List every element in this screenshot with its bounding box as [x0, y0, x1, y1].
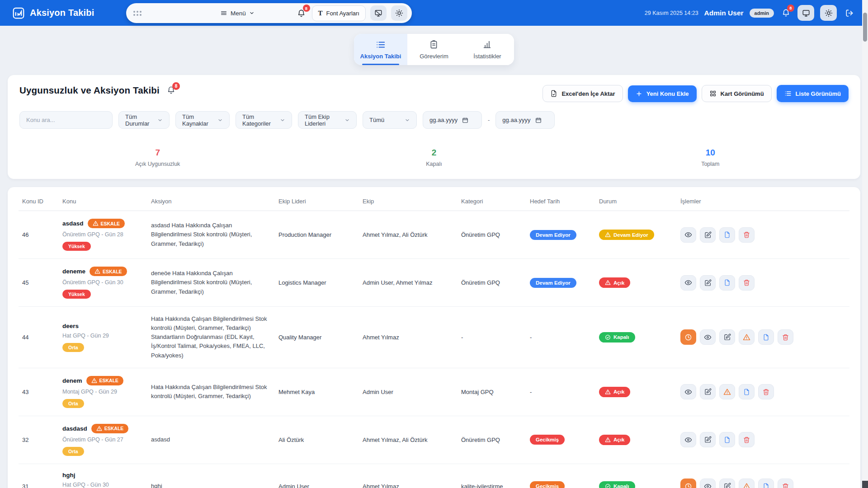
- row-actions: [677, 211, 849, 259]
- start-date-input[interactable]: gg.aa.yyyy: [423, 111, 482, 129]
- row-status: Kapalı: [595, 307, 677, 368]
- plus-icon: [636, 90, 642, 97]
- column-header: Aksiyon: [147, 191, 275, 211]
- notification-badge: 8: [303, 5, 310, 12]
- row-aksiyon: asdasd Hata Hakkında Çalışan Bilgilendir…: [147, 211, 275, 259]
- eye-icon: [704, 333, 712, 341]
- column-header: İşlemler: [677, 191, 849, 211]
- delete-button[interactable]: [758, 384, 774, 399]
- display-mode-button[interactable]: [797, 5, 814, 21]
- warning-action-icon: [743, 333, 750, 341]
- delete-button[interactable]: [739, 227, 755, 243]
- row-status: Açık: [595, 416, 677, 464]
- report-button[interactable]: [739, 384, 755, 399]
- edit-icon: [724, 483, 731, 488]
- delete-button[interactable]: [778, 479, 793, 488]
- view-button[interactable]: [680, 384, 696, 399]
- row-team: Admin User: [359, 368, 458, 416]
- konu-title: deers: [62, 323, 79, 329]
- font-icon: T: [318, 9, 323, 17]
- status-badge: Açık: [599, 277, 630, 288]
- category-filter[interactable]: Tüm Kategoriler: [236, 111, 292, 129]
- drag-handle[interactable]: [133, 11, 142, 16]
- font-settings-button[interactable]: T Font Ayarları: [312, 5, 366, 21]
- status-filter-value: Tüm Durumlar: [125, 113, 157, 127]
- tab-i̇statistikler[interactable]: İstatistikler: [461, 34, 514, 65]
- row-actions: [677, 368, 849, 416]
- status-label: Kapalı: [613, 334, 629, 340]
- theme-toggle-button[interactable]: [391, 5, 407, 21]
- user-name: Admin User: [704, 9, 744, 17]
- logout-button[interactable]: [843, 6, 856, 20]
- file-import-icon: [550, 90, 557, 97]
- source-filter[interactable]: Tüm Kaynaklar: [175, 111, 230, 129]
- edit-icon: [704, 388, 712, 395]
- escalate-button[interactable]: [739, 479, 755, 488]
- team-leader-filter[interactable]: Tüm Ekip Liderleri: [298, 111, 357, 129]
- extend-deadline-button[interactable]: [680, 479, 696, 488]
- status-label: Kapalı: [613, 483, 629, 488]
- status-filter[interactable]: Tüm Durumlar: [118, 111, 170, 129]
- scrollbar-thumb[interactable]: [863, 13, 867, 42]
- view-button[interactable]: [700, 329, 716, 345]
- theme-toggle-button[interactable]: [820, 5, 837, 21]
- view-button[interactable]: [680, 275, 696, 291]
- row-category: Önüretim GPQ: [458, 259, 526, 307]
- row-konu-cell: asdasdESKALEÖnüretim GPQ - Gün 28Yüksek: [59, 211, 147, 259]
- edit-button[interactable]: [700, 384, 716, 399]
- page-notifications-button[interactable]: 8: [167, 86, 175, 96]
- tab-görevlerim[interactable]: Görevlerim: [407, 34, 461, 65]
- navbar-notifications-button[interactable]: 8: [780, 7, 792, 19]
- all-filter[interactable]: Tümü: [363, 111, 417, 129]
- search-input[interactable]: [19, 111, 113, 129]
- edit-button[interactable]: [719, 329, 735, 345]
- end-date-input[interactable]: gg.aa.yyyy: [495, 111, 555, 129]
- report-button[interactable]: [719, 227, 735, 243]
- report-button[interactable]: [719, 275, 735, 291]
- new-topic-button[interactable]: Yeni Konu Ekle: [628, 85, 697, 102]
- edit-button[interactable]: [719, 479, 735, 488]
- edit-button[interactable]: [700, 275, 716, 291]
- escalate-button[interactable]: [719, 384, 735, 399]
- eskale-label: ESKALE: [104, 426, 124, 431]
- list-view-button[interactable]: Liste Görünümü: [777, 85, 849, 102]
- target-date-badge: Devam Ediyor: [530, 230, 576, 240]
- edit-button[interactable]: [700, 432, 716, 447]
- menu-dropdown[interactable]: Menü: [220, 9, 255, 17]
- report-button[interactable]: [758, 479, 774, 488]
- delete-button[interactable]: [739, 275, 755, 291]
- delete-button[interactable]: [778, 329, 793, 345]
- view-button[interactable]: [680, 227, 696, 243]
- stat-label: Toplam: [572, 161, 849, 167]
- card-view-button[interactable]: Kart Görünümü: [702, 85, 772, 102]
- row-status: Devam Ediyor: [595, 211, 677, 259]
- status-badge: Kapalı: [599, 332, 635, 343]
- row-category: -: [458, 307, 526, 368]
- excel-import-button[interactable]: Excel'den İçe Aktar: [542, 85, 623, 102]
- stat-açık-uygunsuzluk: 7Açık Uygunsuzluk: [19, 148, 296, 167]
- row-actions: [677, 259, 849, 307]
- column-header: Ekip: [359, 191, 458, 211]
- delete-button[interactable]: [739, 432, 755, 447]
- tab-aksiyon-takibi[interactable]: Aksiyon Takibi: [354, 34, 407, 65]
- report-button[interactable]: [719, 432, 735, 447]
- notifications-button[interactable]: 8: [296, 7, 307, 19]
- trash-icon: [782, 483, 789, 488]
- document-icon: [743, 389, 750, 395]
- eskale-label: ESKALE: [99, 378, 119, 383]
- all-filter-value: Tümü: [369, 117, 384, 123]
- row-category: Önüretim GPQ: [458, 416, 526, 464]
- edit-button[interactable]: [700, 227, 716, 243]
- edit-icon: [724, 333, 731, 341]
- source-filter-value: Tüm Kaynaklar: [182, 113, 217, 127]
- report-button[interactable]: [758, 329, 774, 345]
- table-row: 31hghjHat GPQ - Gün 30OrtahghjAdmin User…: [19, 464, 849, 488]
- extend-deadline-button[interactable]: [680, 329, 696, 345]
- escalate-button[interactable]: [739, 329, 755, 345]
- presentation-off-button[interactable]: [370, 5, 387, 21]
- view-button[interactable]: [680, 432, 696, 447]
- eye-icon: [704, 483, 712, 488]
- trash-icon: [743, 279, 750, 286]
- page-scrollbar[interactable]: [862, 0, 868, 488]
- view-button[interactable]: [700, 479, 716, 488]
